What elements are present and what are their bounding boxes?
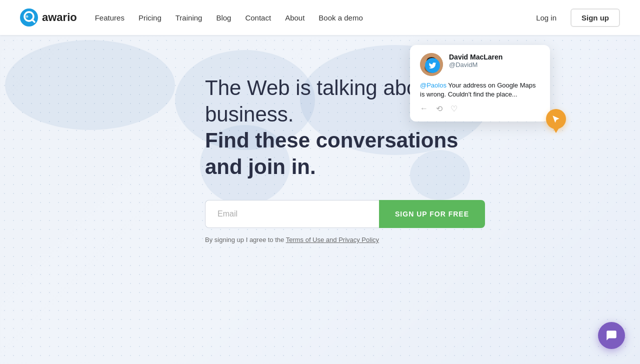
nav-right: Log in Sign up xyxy=(530,8,620,27)
nav-demo[interactable]: Book a demo xyxy=(318,14,362,22)
email-form: SIGN UP FOR FREE xyxy=(205,200,485,228)
login-button[interactable]: Log in xyxy=(530,10,562,26)
chat-widget-icon xyxy=(605,329,618,342)
tweet-mention: @Paolos xyxy=(420,82,446,89)
tweet-header: David MacLaren @DavidM xyxy=(420,53,540,76)
tweet-actions: ← ⟲ ♡ xyxy=(420,104,540,114)
chat-widget-button[interactable] xyxy=(598,322,625,349)
tweet-user-info: David MacLaren @DavidM xyxy=(449,53,540,68)
hero-title-bold: Find these conversations and join in. xyxy=(205,128,485,180)
tweet-handle: @DavidM xyxy=(449,61,540,68)
terms-text: By signing up I agree to the Terms of Us… xyxy=(205,236,485,244)
svg-point-3 xyxy=(26,16,28,18)
navbar: awario Features Pricing Training Blog Co… xyxy=(0,0,640,35)
tweet-avatar-wrapper xyxy=(420,53,443,76)
hero-section: David MacLaren @DavidM @Paolos Your addr… xyxy=(0,0,640,364)
signup-cta-button[interactable]: SIGN UP FOR FREE xyxy=(379,200,485,228)
logo-text: awario xyxy=(42,11,77,24)
nav-about[interactable]: About xyxy=(285,14,304,22)
map-pin xyxy=(546,109,566,129)
tweet-card: David MacLaren @DavidM @Paolos Your addr… xyxy=(410,45,550,122)
like-icon[interactable]: ♡ xyxy=(450,104,458,114)
nav-left: awario Features Pricing Training Blog Co… xyxy=(20,8,363,26)
reply-icon[interactable]: ← xyxy=(420,104,428,114)
nav-contact[interactable]: Contact xyxy=(245,14,271,22)
retweet-icon[interactable]: ⟲ xyxy=(436,104,442,114)
terms-prefix: By signing up I agree to the xyxy=(205,236,286,244)
nav-pricing[interactable]: Pricing xyxy=(138,14,162,22)
nav-features[interactable]: Features xyxy=(95,14,124,22)
cursor-icon xyxy=(551,114,561,124)
tweet-body: @Paolos Your address on Google Maps is w… xyxy=(420,81,540,99)
nav-links: Features Pricing Training Blog Contact A… xyxy=(95,14,363,22)
nav-blog[interactable]: Blog xyxy=(216,14,231,22)
logo-icon xyxy=(20,8,38,26)
twitter-bird-icon xyxy=(428,62,436,70)
nav-training[interactable]: Training xyxy=(176,14,202,22)
signup-button[interactable]: Sign up xyxy=(570,8,620,27)
twitter-badge xyxy=(425,58,440,73)
terms-link[interactable]: Terms of Use and Privacy Policy xyxy=(286,236,379,244)
tweet-name: David MacLaren xyxy=(449,53,540,61)
email-input[interactable] xyxy=(205,200,379,228)
logo[interactable]: awario xyxy=(20,8,77,26)
